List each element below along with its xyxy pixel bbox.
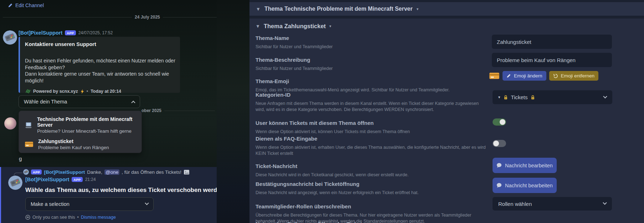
option-title: Zahlungsticket: [38, 138, 109, 144]
category-select-value: Tickets: [511, 94, 528, 100]
setting-row-team-roles: Teammitglieder-Rollen überschreiben Über…: [256, 203, 487, 223]
embed-line2: Dann kontaktiere gerne unser Team, wir a…: [25, 71, 176, 84]
setting-row-confirm-message: Bestätigungsnachricht bei Ticketöffnung …: [256, 181, 487, 196]
credit-card-emoji: [489, 72, 500, 80]
app-badge: APP: [65, 30, 76, 35]
chevron-down-icon: [603, 201, 607, 205]
setting-description: Sichtbar für Nutzer und Teammitglieder: [256, 44, 487, 50]
setting-row-name: Thema-Name Sichtbar für Nutzer und Teamm…: [256, 35, 487, 50]
topic-select[interactable]: Wähle dein Thema: [19, 95, 140, 108]
topic-option-payment[interactable]: Zahlungsticket Probleme beim Kauf von Rä…: [19, 136, 141, 153]
setting-label: Teammitglieder-Rollen überschreiben: [256, 203, 487, 210]
app-screen: Edit Channel 24 July 2025 [Bot]PixelSupp…: [0, 0, 644, 223]
emoji-remove-label: Emoji entfernen: [561, 73, 595, 78]
date-divider: 24 July 2025: [3, 15, 217, 20]
faq-toggle[interactable]: [493, 140, 506, 147]
topic-select-placeholder: Wähle dein Thema: [24, 99, 67, 105]
bolt-icon: [81, 89, 84, 94]
setting-label: User können Tickets mit diesem Thema öff…: [256, 120, 487, 126]
pencil-icon: [8, 3, 13, 8]
app-badge: APP: [72, 177, 82, 182]
confirm-message-edit-label: Nachricht bearbeiten: [505, 183, 553, 188]
ephemeral-text: Only you can see this: [32, 215, 75, 220]
setting-row-user-open: User können Tickets mit diesem Thema öff…: [256, 120, 487, 135]
setting-description: Sichtbar für Nutzer und Teammitglieder: [256, 66, 487, 72]
option-description: Probleme? Unser Minecraft-Team hilft ger…: [37, 128, 136, 134]
move-ticket-heading: Wähle das Thema aus, zu welchem dieses T…: [25, 187, 217, 194]
chevron-down-icon: [603, 94, 607, 98]
topic-section-header[interactable]: ▼ Thema Zahlungsticket ▾: [256, 23, 331, 30]
edit-channel-button[interactable]: Edit Channel: [8, 2, 44, 8]
setting-row-emoji: Thema-Emoji Emoji, das im Ticketthemenau…: [256, 78, 487, 93]
message-header: [Bot]PixelSupport APP 24/07/2025, 17:52: [19, 30, 113, 36]
emoji-remove-button[interactable]: Emoji entfernen: [549, 71, 599, 81]
user-message-text: g: [19, 156, 22, 162]
laptop-emoji: [25, 121, 32, 129]
topic-name-input[interactable]: [492, 35, 612, 49]
triangle-down-icon: ▾: [498, 95, 500, 100]
reply-context[interactable]: APP [Bot]PixelSupport Danke, @one , für …: [23, 169, 190, 175]
toggle-knob: [493, 141, 499, 146]
embed-footer: Powered by scnx.xyz • Today at 20:14: [25, 88, 174, 94]
undo-icon: [553, 74, 558, 78]
move-topic-select[interactable]: Make a selection: [25, 197, 154, 211]
chat-pane: Edit Channel 24 July 2025 [Bot]PixelSupp…: [0, 0, 217, 223]
scnx-logo-icon: [25, 88, 31, 94]
emoji-change-button[interactable]: Emoji ändern: [503, 71, 546, 81]
roles-select[interactable]: Rollen wählen: [493, 197, 612, 211]
setting-label: Ticket-Nachricht: [256, 163, 487, 169]
topic-header-title: Thema Technische Probleme mit dem Minecr…: [264, 6, 413, 12]
ticket-message-edit-button[interactable]: Nachricht bearbeiten: [493, 158, 557, 173]
embed-title: Kontaktiere unseren Support: [25, 41, 174, 47]
category-select[interactable]: ▾ Tickets: [493, 90, 612, 104]
collapse-triangle-icon: ▼: [256, 24, 260, 29]
move-select-placeholder: Make a selection: [31, 201, 69, 207]
bot-avatar-mini: [23, 169, 29, 175]
ticket-message-edit-label: Nachricht bearbeiten: [505, 163, 553, 168]
reply-bot-name: [Bot]PixelSupport: [44, 169, 85, 175]
app-badge: APP: [31, 169, 42, 174]
eye-icon: [25, 215, 30, 220]
lock-icon: [504, 95, 508, 100]
bot-avatar[interactable]: [8, 176, 22, 190]
footer-text: Powered by scnx.xyz: [33, 89, 78, 94]
topic-section-title: Thema Zahlungsticket: [264, 23, 326, 30]
setting-row-ticket-message: Ticket-Nachricht Diese Nachricht wird in…: [256, 163, 487, 178]
topic-section-payment: ▼ Thema Zahlungsticket ▾ Thema-Name Sich…: [249, 19, 644, 223]
setting-label: Thema-Emoji: [256, 78, 487, 85]
bot-avatar[interactable]: [3, 30, 17, 45]
user-avatar[interactable]: [4, 117, 16, 130]
message-header: [Bot]PixelSupport APP 21:24: [25, 177, 96, 182]
pencil-icon: [506, 74, 511, 78]
note-separator: •: [77, 215, 79, 220]
user-open-toggle[interactable]: [493, 118, 506, 126]
chat-bubble-icon: [496, 183, 502, 188]
topic-header-technical[interactable]: ▼ Thema Technische Probleme mit dem Mine…: [249, 2, 644, 16]
setting-label: Dienen als FAQ-Eingabe: [256, 135, 487, 142]
bot-username[interactable]: [Bot]PixelSupport: [19, 30, 62, 36]
divider-line: [164, 111, 215, 111]
topic-description-input[interactable]: [492, 53, 612, 67]
setting-description: Diese Nachricht wird angezeigt, wenn ein…: [256, 190, 487, 196]
credit-card-emoji: [25, 141, 34, 148]
reply-text-prefix: Danke,: [87, 169, 102, 175]
ephemeral-note: Only you can see this • Dismiss message: [25, 215, 116, 220]
confirm-message-edit-button[interactable]: Nachricht bearbeiten: [493, 178, 557, 193]
setting-description: Neue Anfragen mit diesem Thema werden in…: [256, 101, 487, 112]
edit-channel-label: Edit Channel: [15, 2, 44, 8]
chevron-down-icon: ▾: [417, 7, 419, 11]
collapse-triangle-icon: ▼: [256, 6, 261, 12]
setting-description: Diese Nachricht wird in den Ticketkanal …: [256, 172, 487, 178]
settings-panel: ▼ Thema Technische Probleme mit dem Mine…: [249, 0, 644, 223]
chevron-up-icon: [131, 101, 135, 105]
bot-username[interactable]: [Bot]PixelSupport: [25, 177, 69, 182]
topic-option-technical[interactable]: Technische Probleme mit dem Minecraft Se…: [19, 114, 141, 136]
setting-label: Notwendige Rollen zum Öffnen des Tickets: [256, 221, 487, 223]
divider-line: [163, 17, 217, 17]
user-mention[interactable]: @one: [104, 169, 119, 175]
image-attachment-icon: [184, 169, 190, 175]
chevron-down-icon: ▾: [329, 24, 331, 29]
footer-separator: •: [87, 89, 88, 94]
dismiss-message-link[interactable]: Dismiss message: [81, 215, 116, 220]
setting-label: Kategorien-ID: [256, 91, 487, 98]
